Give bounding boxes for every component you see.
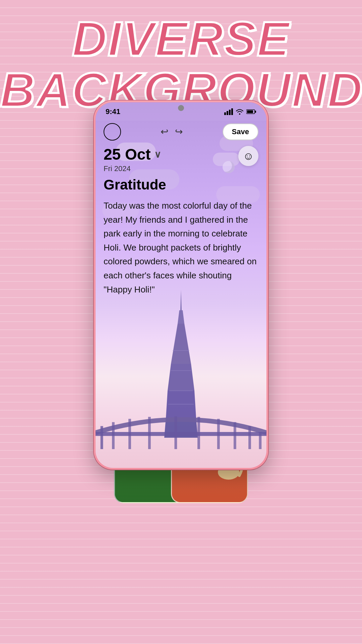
title-line1: DIVERSE bbox=[0, 13, 362, 64]
phone-mockup: 9:41 bbox=[94, 101, 268, 470]
svg-rect-36 bbox=[248, 426, 251, 449]
title-area: DIVERSE BACKGROUND bbox=[0, 13, 362, 116]
phone-shell: 9:41 bbox=[94, 101, 268, 470]
svg-rect-37 bbox=[259, 432, 261, 449]
svg-marker-20 bbox=[168, 364, 194, 391]
svg-rect-9 bbox=[224, 112, 226, 115]
svg-rect-33 bbox=[197, 417, 200, 449]
nav-arrows: ↩ ↪ bbox=[161, 126, 183, 137]
top-nav: ↩ ↪ Save bbox=[96, 121, 266, 143]
bridge-svg bbox=[96, 413, 266, 449]
svg-rect-10 bbox=[227, 111, 228, 115]
entry-section: Gratitude Today was the most colorful da… bbox=[104, 177, 258, 297]
svg-marker-18 bbox=[174, 324, 188, 344]
redo-button[interactable]: ↪ bbox=[175, 126, 183, 137]
svg-rect-27 bbox=[96, 432, 266, 436]
profile-circle[interactable] bbox=[104, 123, 121, 141]
svg-rect-28 bbox=[101, 426, 103, 449]
save-button[interactable]: Save bbox=[223, 123, 258, 140]
svg-rect-15 bbox=[247, 110, 253, 113]
svg-rect-32 bbox=[174, 416, 177, 449]
entry-title: Gratitude bbox=[104, 177, 258, 193]
date-section: 25 Oct ∨ Fri 2024 bbox=[104, 145, 258, 173]
svg-rect-34 bbox=[217, 419, 220, 449]
svg-rect-29 bbox=[112, 422, 115, 449]
status-time: 9:41 bbox=[106, 107, 120, 116]
svg-marker-19 bbox=[171, 344, 191, 364]
svg-rect-14 bbox=[255, 111, 256, 113]
date-sub: Fri 2024 bbox=[104, 164, 258, 173]
svg-rect-12 bbox=[231, 108, 233, 115]
svg-rect-35 bbox=[234, 422, 236, 449]
phone-screen: 9:41 bbox=[96, 102, 266, 468]
undo-button[interactable]: ↩ bbox=[161, 126, 168, 137]
date-chevron[interactable]: ∨ bbox=[154, 149, 161, 160]
status-icons bbox=[224, 108, 256, 115]
battery-icon bbox=[246, 109, 256, 114]
date-text: 25 Oct bbox=[104, 145, 151, 163]
date-main: 25 Oct ∨ bbox=[104, 145, 258, 163]
wifi-icon bbox=[236, 109, 244, 115]
entry-body: Today was the most colorful day of the y… bbox=[104, 199, 258, 297]
notch bbox=[178, 105, 184, 111]
signal-icon bbox=[224, 108, 233, 115]
svg-rect-11 bbox=[229, 110, 231, 115]
svg-rect-30 bbox=[128, 419, 131, 449]
mood-button[interactable]: ☺ bbox=[238, 146, 258, 166]
svg-rect-31 bbox=[148, 417, 151, 449]
page-wrapper: DIVERSE BACKGROUND Oct ∨ ude bbox=[0, 0, 362, 644]
svg-marker-17 bbox=[178, 310, 184, 324]
